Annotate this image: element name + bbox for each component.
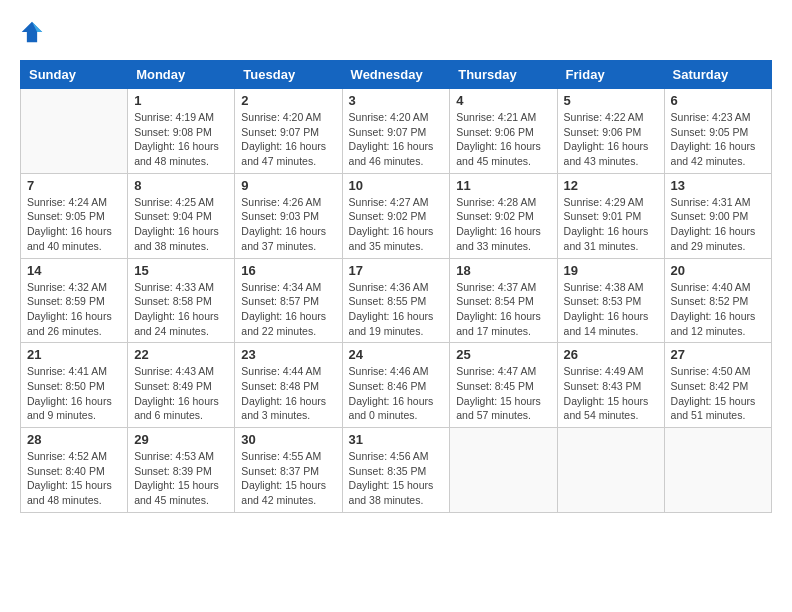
day-info: Sunrise: 4:47 AM Sunset: 8:45 PM Dayligh…	[456, 364, 550, 423]
day-info: Sunrise: 4:31 AM Sunset: 9:00 PM Dayligh…	[671, 195, 765, 254]
day-info: Sunrise: 4:55 AM Sunset: 8:37 PM Dayligh…	[241, 449, 335, 508]
day-number: 12	[564, 178, 658, 193]
day-number: 21	[27, 347, 121, 362]
day-number: 4	[456, 93, 550, 108]
calendar-cell: 6Sunrise: 4:23 AM Sunset: 9:05 PM Daylig…	[664, 89, 771, 174]
page-header	[20, 20, 772, 44]
day-info: Sunrise: 4:43 AM Sunset: 8:49 PM Dayligh…	[134, 364, 228, 423]
calendar-cell	[450, 428, 557, 513]
day-info: Sunrise: 4:46 AM Sunset: 8:46 PM Dayligh…	[349, 364, 444, 423]
day-number: 3	[349, 93, 444, 108]
day-info: Sunrise: 4:38 AM Sunset: 8:53 PM Dayligh…	[564, 280, 658, 339]
day-number: 22	[134, 347, 228, 362]
day-number: 26	[564, 347, 658, 362]
day-info: Sunrise: 4:22 AM Sunset: 9:06 PM Dayligh…	[564, 110, 658, 169]
day-number: 18	[456, 263, 550, 278]
day-number: 14	[27, 263, 121, 278]
calendar-week-row: 14Sunrise: 4:32 AM Sunset: 8:59 PM Dayli…	[21, 258, 772, 343]
day-number: 17	[349, 263, 444, 278]
calendar-cell: 8Sunrise: 4:25 AM Sunset: 9:04 PM Daylig…	[128, 173, 235, 258]
weekday-header-saturday: Saturday	[664, 61, 771, 89]
day-info: Sunrise: 4:21 AM Sunset: 9:06 PM Dayligh…	[456, 110, 550, 169]
day-info: Sunrise: 4:44 AM Sunset: 8:48 PM Dayligh…	[241, 364, 335, 423]
calendar-cell: 5Sunrise: 4:22 AM Sunset: 9:06 PM Daylig…	[557, 89, 664, 174]
calendar-cell: 30Sunrise: 4:55 AM Sunset: 8:37 PM Dayli…	[235, 428, 342, 513]
calendar-cell: 25Sunrise: 4:47 AM Sunset: 8:45 PM Dayli…	[450, 343, 557, 428]
day-info: Sunrise: 4:29 AM Sunset: 9:01 PM Dayligh…	[564, 195, 658, 254]
day-info: Sunrise: 4:26 AM Sunset: 9:03 PM Dayligh…	[241, 195, 335, 254]
calendar-cell: 21Sunrise: 4:41 AM Sunset: 8:50 PM Dayli…	[21, 343, 128, 428]
calendar-cell: 4Sunrise: 4:21 AM Sunset: 9:06 PM Daylig…	[450, 89, 557, 174]
day-number: 27	[671, 347, 765, 362]
day-number: 28	[27, 432, 121, 447]
day-info: Sunrise: 4:56 AM Sunset: 8:35 PM Dayligh…	[349, 449, 444, 508]
day-number: 11	[456, 178, 550, 193]
calendar-cell: 9Sunrise: 4:26 AM Sunset: 9:03 PM Daylig…	[235, 173, 342, 258]
day-number: 15	[134, 263, 228, 278]
calendar-week-row: 28Sunrise: 4:52 AM Sunset: 8:40 PM Dayli…	[21, 428, 772, 513]
day-info: Sunrise: 4:20 AM Sunset: 9:07 PM Dayligh…	[349, 110, 444, 169]
day-info: Sunrise: 4:27 AM Sunset: 9:02 PM Dayligh…	[349, 195, 444, 254]
day-number: 10	[349, 178, 444, 193]
calendar-cell: 16Sunrise: 4:34 AM Sunset: 8:57 PM Dayli…	[235, 258, 342, 343]
day-number: 8	[134, 178, 228, 193]
calendar-week-row: 1Sunrise: 4:19 AM Sunset: 9:08 PM Daylig…	[21, 89, 772, 174]
day-number: 1	[134, 93, 228, 108]
calendar-cell: 22Sunrise: 4:43 AM Sunset: 8:49 PM Dayli…	[128, 343, 235, 428]
day-info: Sunrise: 4:50 AM Sunset: 8:42 PM Dayligh…	[671, 364, 765, 423]
day-number: 13	[671, 178, 765, 193]
day-number: 20	[671, 263, 765, 278]
day-info: Sunrise: 4:41 AM Sunset: 8:50 PM Dayligh…	[27, 364, 121, 423]
calendar-cell: 19Sunrise: 4:38 AM Sunset: 8:53 PM Dayli…	[557, 258, 664, 343]
day-info: Sunrise: 4:36 AM Sunset: 8:55 PM Dayligh…	[349, 280, 444, 339]
day-info: Sunrise: 4:33 AM Sunset: 8:58 PM Dayligh…	[134, 280, 228, 339]
calendar-cell	[21, 89, 128, 174]
day-info: Sunrise: 4:23 AM Sunset: 9:05 PM Dayligh…	[671, 110, 765, 169]
calendar-table: SundayMondayTuesdayWednesdayThursdayFrid…	[20, 60, 772, 513]
weekday-header-row: SundayMondayTuesdayWednesdayThursdayFrid…	[21, 61, 772, 89]
calendar-cell: 20Sunrise: 4:40 AM Sunset: 8:52 PM Dayli…	[664, 258, 771, 343]
day-info: Sunrise: 4:40 AM Sunset: 8:52 PM Dayligh…	[671, 280, 765, 339]
weekday-header-friday: Friday	[557, 61, 664, 89]
day-number: 9	[241, 178, 335, 193]
day-info: Sunrise: 4:37 AM Sunset: 8:54 PM Dayligh…	[456, 280, 550, 339]
day-number: 5	[564, 93, 658, 108]
calendar-cell	[557, 428, 664, 513]
calendar-cell: 2Sunrise: 4:20 AM Sunset: 9:07 PM Daylig…	[235, 89, 342, 174]
calendar-cell: 24Sunrise: 4:46 AM Sunset: 8:46 PM Dayli…	[342, 343, 450, 428]
weekday-header-wednesday: Wednesday	[342, 61, 450, 89]
day-info: Sunrise: 4:52 AM Sunset: 8:40 PM Dayligh…	[27, 449, 121, 508]
day-info: Sunrise: 4:53 AM Sunset: 8:39 PM Dayligh…	[134, 449, 228, 508]
day-number: 31	[349, 432, 444, 447]
calendar-week-row: 21Sunrise: 4:41 AM Sunset: 8:50 PM Dayli…	[21, 343, 772, 428]
day-info: Sunrise: 4:25 AM Sunset: 9:04 PM Dayligh…	[134, 195, 228, 254]
calendar-cell: 23Sunrise: 4:44 AM Sunset: 8:48 PM Dayli…	[235, 343, 342, 428]
calendar-cell: 1Sunrise: 4:19 AM Sunset: 9:08 PM Daylig…	[128, 89, 235, 174]
calendar-cell: 3Sunrise: 4:20 AM Sunset: 9:07 PM Daylig…	[342, 89, 450, 174]
day-info: Sunrise: 4:49 AM Sunset: 8:43 PM Dayligh…	[564, 364, 658, 423]
calendar-cell: 10Sunrise: 4:27 AM Sunset: 9:02 PM Dayli…	[342, 173, 450, 258]
day-number: 24	[349, 347, 444, 362]
day-number: 29	[134, 432, 228, 447]
weekday-header-thursday: Thursday	[450, 61, 557, 89]
weekday-header-sunday: Sunday	[21, 61, 128, 89]
calendar-cell: 28Sunrise: 4:52 AM Sunset: 8:40 PM Dayli…	[21, 428, 128, 513]
day-info: Sunrise: 4:24 AM Sunset: 9:05 PM Dayligh…	[27, 195, 121, 254]
calendar-cell: 7Sunrise: 4:24 AM Sunset: 9:05 PM Daylig…	[21, 173, 128, 258]
calendar-cell: 27Sunrise: 4:50 AM Sunset: 8:42 PM Dayli…	[664, 343, 771, 428]
calendar-cell: 15Sunrise: 4:33 AM Sunset: 8:58 PM Dayli…	[128, 258, 235, 343]
calendar-week-row: 7Sunrise: 4:24 AM Sunset: 9:05 PM Daylig…	[21, 173, 772, 258]
day-number: 19	[564, 263, 658, 278]
calendar-cell: 26Sunrise: 4:49 AM Sunset: 8:43 PM Dayli…	[557, 343, 664, 428]
day-number: 23	[241, 347, 335, 362]
day-info: Sunrise: 4:34 AM Sunset: 8:57 PM Dayligh…	[241, 280, 335, 339]
day-info: Sunrise: 4:19 AM Sunset: 9:08 PM Dayligh…	[134, 110, 228, 169]
calendar-cell: 31Sunrise: 4:56 AM Sunset: 8:35 PM Dayli…	[342, 428, 450, 513]
weekday-header-tuesday: Tuesday	[235, 61, 342, 89]
calendar-cell: 29Sunrise: 4:53 AM Sunset: 8:39 PM Dayli…	[128, 428, 235, 513]
logo	[20, 20, 48, 44]
day-number: 2	[241, 93, 335, 108]
weekday-header-monday: Monday	[128, 61, 235, 89]
day-number: 6	[671, 93, 765, 108]
day-info: Sunrise: 4:20 AM Sunset: 9:07 PM Dayligh…	[241, 110, 335, 169]
